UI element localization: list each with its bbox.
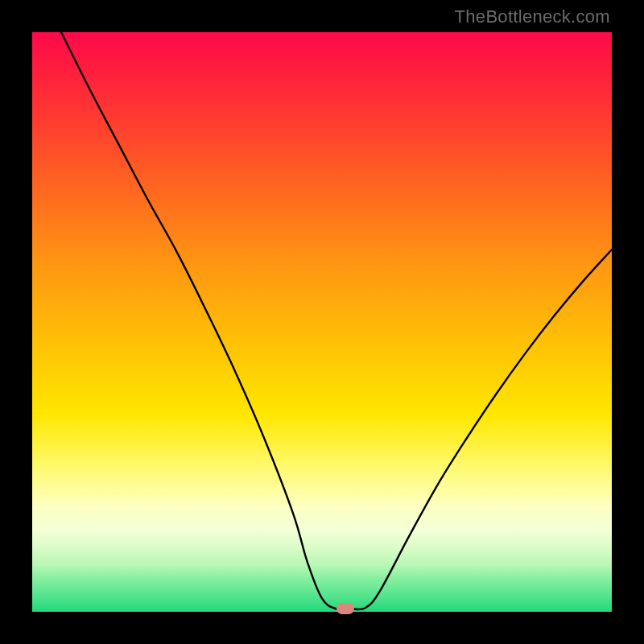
chart-frame: TheBottleneck.com: [0, 0, 644, 644]
watermark-text: TheBottleneck.com: [455, 6, 610, 27]
optimum-marker: [336, 603, 354, 614]
plot-background: [32, 32, 612, 612]
